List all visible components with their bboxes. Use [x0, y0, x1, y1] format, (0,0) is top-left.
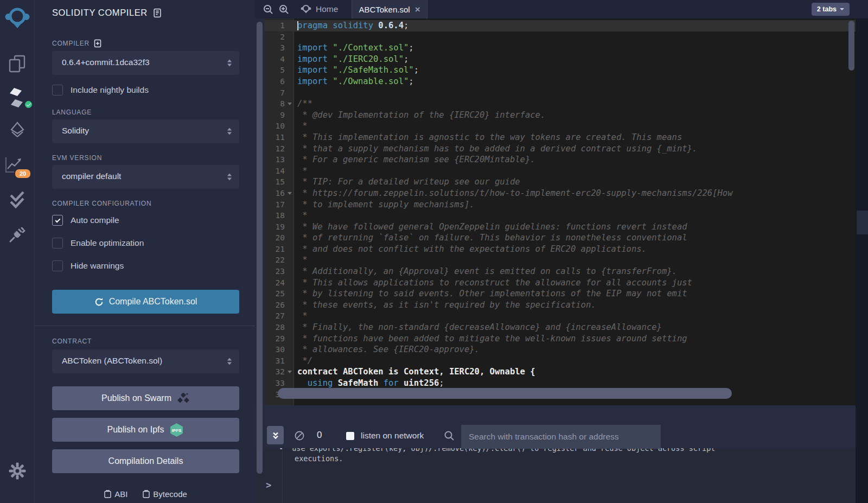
code-line[interactable]: 8/** [264, 98, 856, 110]
remix-logo-icon [5, 5, 30, 31]
evm-version-select[interactable]: compiler default [52, 165, 239, 189]
code-line[interactable]: 10 * [264, 120, 856, 132]
publish-ipfs-button[interactable]: Publish on Ipfs IPFS [52, 418, 239, 442]
code-line[interactable]: 6import "./Ownable.sol"; [264, 76, 856, 87]
add-compiler-icon[interactable] [94, 39, 101, 48]
remix-logo[interactable] [0, 5, 35, 31]
code-editor[interactable]: 1pragma solidity 0.6.4;23import "./Conte… [264, 18, 856, 405]
language-select[interactable]: Solidity [52, 119, 239, 143]
enable-optimization-checkbox[interactable] [52, 238, 63, 249]
transaction-search-input[interactable] [461, 425, 661, 449]
compile-button[interactable]: Compile ABCToken.sol [52, 290, 239, 314]
fold-gutter [285, 165, 295, 177]
copy-abi-link[interactable]: ABI [104, 489, 127, 499]
page-scrollbar-thumb[interactable] [857, 211, 868, 234]
line-number: 27 [264, 310, 285, 322]
sidebar-item-analysis[interactable]: 20 [0, 156, 35, 181]
code-lines: 1pragma solidity 0.6.4;23import "./Conte… [264, 20, 856, 400]
code-line[interactable]: 2 [264, 31, 856, 43]
line-number: 13 [264, 154, 285, 165]
code-line[interactable]: 29 * functions have been added to mitiga… [264, 333, 856, 345]
code-line[interactable]: 31 */ [264, 355, 856, 367]
sidebar-item-file-explorer[interactable] [0, 54, 35, 75]
code-line[interactable]: 18 * [264, 210, 856, 221]
code-line[interactable]: 25 * by listening to said events. Other … [264, 288, 856, 300]
line-number: 17 [264, 199, 285, 211]
line-number: 9 [264, 110, 285, 121]
code-text: import "./Ownable.sol"; [295, 76, 414, 87]
line-number: 18 [264, 210, 285, 221]
line-number: 4 [264, 54, 285, 65]
compilation-details-button[interactable]: Compilation Details [52, 449, 239, 473]
code-line[interactable]: 16 * https://forum.zeppelin.solutions/t/… [264, 188, 856, 199]
code-text: using SafeMath for uint256; [295, 378, 444, 389]
code-line[interactable]: 1pragma solidity 0.6.4; [264, 20, 856, 31]
terminal-content[interactable]: •use exports/.register(key, obj)/.remove… [255, 448, 856, 503]
hide-warnings-label: Hide warnings [71, 261, 124, 271]
compiler-success-badge [24, 100, 33, 109]
book-icon[interactable] [153, 8, 162, 18]
code-text: * This implementation is agnostic to the… [295, 132, 682, 143]
fold-arrow-icon[interactable] [285, 98, 295, 110]
sidebar-item-solidity-compiler[interactable] [0, 87, 35, 112]
code-line[interactable]: 21 * and does not conflict with the expe… [264, 244, 856, 255]
compiler-version-select[interactable]: 0.6.4+commit.1dca32f3 [52, 51, 239, 75]
sidebar-item-deploy-run[interactable] [0, 122, 35, 141]
clear-console-icon[interactable] [294, 430, 305, 441]
code-line[interactable]: 33 using SafeMath for uint256; [264, 378, 856, 389]
tab-home[interactable]: Home [291, 0, 348, 18]
code-line[interactable]: 12 * that a supply mechanism has to be a… [264, 143, 856, 155]
tab-abctoken[interactable]: ABCToken.sol × [352, 0, 427, 18]
fold-gutter [285, 143, 295, 155]
code-line[interactable]: 22 * [264, 254, 856, 266]
publish-swarm-button[interactable]: Publish on Swarm [52, 386, 239, 410]
code-line[interactable]: 14 * [264, 165, 856, 177]
copy-bytecode-link[interactable]: Bytecode [143, 489, 187, 499]
code-line[interactable]: 4import "./IERC20.sol"; [264, 54, 856, 65]
fold-gutter [285, 333, 295, 345]
zoom-out-icon[interactable] [263, 4, 273, 15]
code-line[interactable]: 28 * Finally, the non-standard {decrease… [264, 322, 856, 333]
code-text: * Finally, the non-standard {decreaseAll… [295, 322, 662, 333]
editor-tabbar: Home ABCToken.sol × 2 tabs [255, 0, 868, 18]
clipboard-icon [143, 490, 150, 498]
auto-compile-checkbox[interactable] [52, 215, 63, 226]
code-line[interactable]: 5import "./SafeMath.sol"; [264, 65, 856, 76]
code-line[interactable]: 7 [264, 87, 856, 99]
terminal-collapse-button[interactable] [267, 426, 284, 444]
code-line[interactable]: 17 * to implement supply mechanisms]. [264, 199, 856, 211]
code-line[interactable]: 32contract ABCToken is Context, IERC20, … [264, 366, 856, 378]
code-line[interactable]: 23 * Additionally, an {Approval} event i… [264, 266, 856, 277]
hide-warnings-checkbox[interactable] [52, 260, 63, 271]
sidebar-item-unit-testing[interactable] [0, 191, 35, 211]
tab-close-icon[interactable]: × [415, 5, 420, 14]
listen-network-checkbox[interactable] [346, 432, 354, 440]
fold-arrow-icon[interactable] [285, 188, 295, 199]
code-line[interactable]: 30 * allowances. See {IERC20-approve}. [264, 344, 856, 355]
fold-arrow-icon[interactable] [285, 366, 295, 378]
panel-scrollbar[interactable] [257, 22, 263, 474]
editor-vertical-scrollbar[interactable] [848, 21, 854, 71]
code-text: pragma solidity 0.6.4; [295, 20, 409, 31]
log-line-1: use exports/.register(key, obj)/.remove(… [292, 448, 715, 453]
code-line[interactable]: 11 * This implementation is agnostic to … [264, 132, 856, 143]
line-number: 2 [264, 31, 285, 43]
code-line[interactable]: 27 * [264, 310, 856, 322]
zoom-in-icon[interactable] [279, 4, 289, 15]
code-line[interactable]: 13 * For a generic mechanism see {ERC20M… [264, 154, 856, 165]
include-nightly-checkbox[interactable] [52, 85, 63, 95]
settings-gear[interactable] [0, 462, 35, 480]
code-line[interactable]: 19 * We have followed general OpenZeppel… [264, 221, 856, 233]
code-line[interactable]: 26 * these events, as it isn't required … [264, 300, 856, 311]
sidebar-item-plugin-manager[interactable] [0, 225, 35, 244]
fold-gutter [285, 76, 295, 87]
editor-horizontal-scrollbar[interactable] [278, 388, 732, 399]
tabs-count-button[interactable]: 2 tabs [812, 3, 850, 16]
code-line[interactable]: 24 * This allows applications to reconst… [264, 277, 856, 289]
contract-select[interactable]: ABCToken (ABCToken.sol) [52, 349, 239, 373]
panel-divider [35, 326, 255, 326]
code-line[interactable]: 3import "./Context.sol"; [264, 42, 856, 54]
code-line[interactable]: 9 * @dev Implementation of the {IERC20} … [264, 110, 856, 121]
code-line[interactable]: 20 * of returning `false` on failure. Th… [264, 232, 856, 244]
code-line[interactable]: 15 * TIP: For a detailed writeup see our… [264, 176, 856, 188]
